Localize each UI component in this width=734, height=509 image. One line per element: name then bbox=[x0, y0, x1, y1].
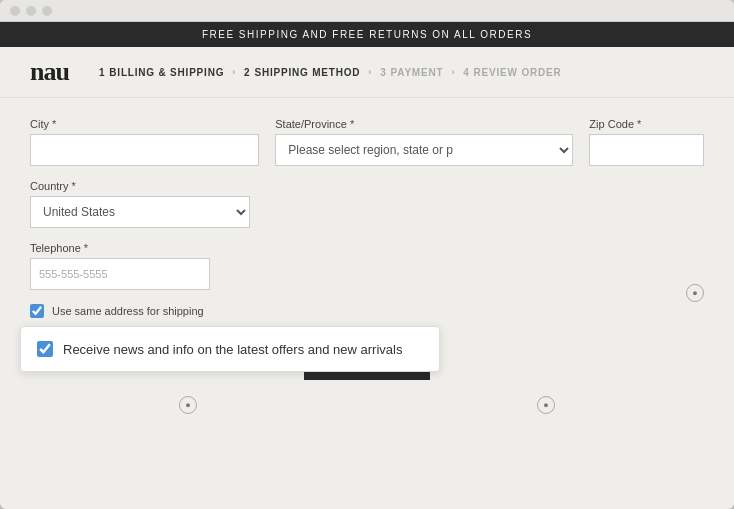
nav-arrow-bottom-right[interactable]: ● bbox=[537, 396, 555, 414]
telephone-input[interactable] bbox=[30, 258, 210, 290]
bottom-nav-row: ● ● bbox=[30, 396, 704, 422]
country-group: Country * United States bbox=[30, 180, 250, 228]
step-2-num: 2 bbox=[244, 67, 250, 78]
checkout-window: FREE SHIPPING AND FREE RETURNS ON ALL OR… bbox=[0, 0, 734, 509]
arrow-3: › bbox=[451, 67, 455, 77]
traffic-light-close bbox=[10, 6, 20, 16]
step-3-num: 3 bbox=[380, 67, 386, 78]
zip-input[interactable] bbox=[589, 134, 704, 166]
traffic-light-maximize bbox=[42, 6, 52, 16]
state-select[interactable]: Please select region, state or p bbox=[275, 134, 573, 166]
step-4-label: REVIEW ORDER bbox=[474, 67, 562, 78]
header: nau 1 BILLING & SHIPPING › 2 SHIPPING ME… bbox=[0, 47, 734, 98]
window-titlebar bbox=[0, 0, 734, 22]
nav-arrow-bottom-left[interactable]: ● bbox=[179, 396, 197, 414]
step-3[interactable]: 3 PAYMENT bbox=[380, 67, 443, 78]
tooltip-popup: Receive news and info on the latest offe… bbox=[20, 326, 440, 372]
logo: nau bbox=[30, 57, 69, 87]
newsletter-label: Receive news and info on the latest offe… bbox=[63, 342, 402, 357]
state-group: State/Province * Please select region, s… bbox=[275, 118, 573, 166]
address-row-3: Telephone * bbox=[30, 242, 704, 290]
checkout-steps: 1 BILLING & SHIPPING › 2 SHIPPING METHOD… bbox=[99, 67, 562, 78]
arrow-1: › bbox=[232, 67, 236, 77]
same-address-label: Use same address for shipping bbox=[52, 305, 204, 317]
nav-right-arrow[interactable]: ● bbox=[686, 284, 704, 302]
city-input[interactable] bbox=[30, 134, 259, 166]
traffic-light-minimize bbox=[26, 6, 36, 16]
address-row-2: Country * United States bbox=[30, 180, 704, 228]
newsletter-checkbox[interactable] bbox=[37, 341, 53, 357]
same-address-checkbox[interactable] bbox=[30, 304, 44, 318]
nav-arrows-right: ● bbox=[686, 284, 704, 302]
arrow-2: › bbox=[368, 67, 372, 77]
step-4[interactable]: 4 REVIEW ORDER bbox=[463, 67, 561, 78]
city-label: City * bbox=[30, 118, 259, 130]
country-label: Country * bbox=[30, 180, 250, 192]
state-label: State/Province * bbox=[275, 118, 573, 130]
announcement-bar: FREE SHIPPING AND FREE RETURNS ON ALL OR… bbox=[0, 22, 734, 47]
address-row-1: City * State/Province * Please select re… bbox=[30, 118, 704, 166]
step-1-label: BILLING & SHIPPING bbox=[109, 67, 224, 78]
step-3-label: PAYMENT bbox=[391, 67, 444, 78]
step-1[interactable]: 1 BILLING & SHIPPING bbox=[99, 67, 224, 78]
step-1-num: 1 bbox=[99, 67, 105, 78]
telephone-group: Telephone * bbox=[30, 242, 210, 290]
telephone-label: Telephone * bbox=[30, 242, 210, 254]
main-content: City * State/Province * Please select re… bbox=[0, 98, 734, 432]
step-4-num: 4 bbox=[463, 67, 469, 78]
zip-label: Zip Code * bbox=[589, 118, 704, 130]
zip-group: Zip Code * bbox=[589, 118, 704, 166]
shipping-checkbox-row: Use same address for shipping bbox=[30, 304, 704, 318]
step-2[interactable]: 2 SHIPPING METHOD bbox=[244, 67, 360, 78]
step-2-label: SHIPPING METHOD bbox=[254, 67, 360, 78]
announcement-text: FREE SHIPPING AND FREE RETURNS ON ALL OR… bbox=[202, 29, 532, 40]
country-select[interactable]: United States bbox=[30, 196, 250, 228]
city-group: City * bbox=[30, 118, 259, 166]
